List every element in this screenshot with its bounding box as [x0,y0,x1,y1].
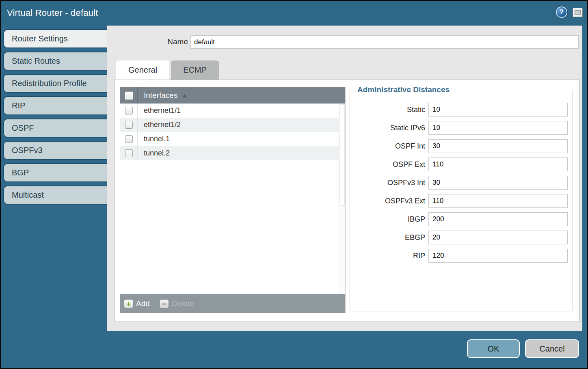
sidebar-item-redistribution-profile[interactable]: Redistribution Profile [3,74,107,93]
ok-button[interactable]: OK [467,339,520,358]
interface-name: ethernet1/1 [144,106,181,115]
sidebar-nav: Router SettingsStatic RoutesRedistributi… [1,26,107,329]
general-tab-panel: Interfaces ▲ ethernet1/1ethernet1/2tunne… [114,80,579,322]
sidebar-item-ospfv3[interactable]: OSPFv3 [3,141,107,160]
sidebar-item-bgp[interactable]: BGP [3,163,107,182]
interface-row[interactable]: tunnel.1 [120,132,345,146]
distance-field-label: IBGP [354,215,428,224]
distance-field-label: Static IPv6 [354,124,428,132]
add-plus-icon: + [124,299,133,309]
distance-field-label: EBGP [354,233,428,242]
help-icon[interactable]: ? [556,6,567,18]
maximize-icon[interactable] [573,8,583,17]
interface-checkbox[interactable] [125,149,133,157]
title-bar-icons: ? [556,6,583,18]
sidebar-item-static-routes[interactable]: Static Routes [3,52,107,71]
sidebar-item-ospf[interactable]: OSPF [3,119,107,138]
name-input[interactable] [190,35,579,49]
distance-field-row: OSPFv3 Int [354,176,568,190]
delete-button-label: Delete [172,299,194,308]
distance-field-label: OSPF Int [354,142,428,151]
sidebar-item-router-settings[interactable]: Router Settings [3,29,107,48]
delete-minus-icon: − [160,299,169,309]
name-label: Name [156,37,188,46]
tab-bar: GeneralECMP [116,60,219,80]
add-button-label: Add [136,299,150,308]
distance-field-label: OSPFv3 Int [354,179,428,187]
distance-field-row: OSPF Int [354,139,568,153]
distance-field-label: OSPF Ext [354,160,428,169]
distance-field-row: OSPF Ext [354,158,568,171]
distance-field-row: OSPFv3 Ext [354,194,568,208]
delete-button[interactable]: − Delete [160,299,194,309]
interface-checkbox[interactable] [125,121,133,129]
add-button[interactable]: + Add [124,299,150,309]
administrative-distances-fieldset: Administrative Distances StaticStatic IP… [350,85,573,311]
select-all-cell [120,87,138,104]
cancel-button[interactable]: Cancel [525,339,579,358]
interfaces-column-label: Interfaces [144,91,177,100]
interface-name: tunnel.1 [144,135,170,143]
interface-checkbox-cell [120,104,138,118]
content-area: Name GeneralECMP Interfaces ▲ [107,26,582,331]
virtual-router-dialog: Virtual Router - default ? Router Settin… [1,1,587,368]
table-scrollbar[interactable] [339,104,345,294]
tab-general[interactable]: General [116,60,169,80]
interface-checkbox-cell [120,146,138,160]
interface-row[interactable]: tunnel.2 [120,146,345,160]
screenshot-root: Virtual Router - default ? Router Settin… [0,0,588,369]
interfaces-column-header[interactable]: Interfaces ▲ [144,91,187,100]
dialog-buttons: OK Cancel [467,339,579,358]
sidebar-item-multicast[interactable]: Multicast [3,186,107,205]
interfaces-table-footer: + Add − Delete [120,294,345,313]
distance-field-label: OSPFv3 Ext [354,197,428,205]
distance-input-ibgp[interactable] [428,212,568,226]
interfaces-table: Interfaces ▲ ethernet1/1ethernet1/2tunne… [120,87,346,313]
interfaces-table-header: Interfaces ▲ [120,87,345,104]
distance-field-row: Static [354,103,568,117]
distance-input-rip[interactable] [428,249,568,263]
distance-input-ospfv3-int[interactable] [428,176,568,190]
interface-checkbox[interactable] [125,135,133,143]
distance-field-label: Static [354,106,428,114]
sidebar-item-rip[interactable]: RIP [3,96,107,115]
distance-input-ebgp[interactable] [428,231,568,244]
interface-checkbox[interactable] [125,107,133,114]
select-all-checkbox[interactable] [125,91,133,100]
distance-input-static-ipv6[interactable] [428,121,568,135]
administrative-distances-fields: StaticStatic IPv6OSPF IntOSPF ExtOSPFv3 … [354,103,568,263]
distance-field-row: RIP [354,249,568,263]
maximize-icon-inner [575,10,581,15]
interface-checkbox-cell [120,118,138,132]
distance-field-label: RIP [354,252,428,260]
interfaces-table-body: ethernet1/1ethernet1/2tunnel.1tunnel.2 [120,104,345,294]
interface-name: ethernet1/2 [144,121,181,129]
interface-name: tunnel.2 [144,149,170,158]
distance-input-ospf-ext[interactable] [428,158,568,171]
distance-field-row: IBGP [354,212,568,226]
distance-field-row: Static IPv6 [354,121,568,135]
dialog-title: Virtual Router - default [7,8,98,18]
distance-field-row: EBGP [354,231,568,244]
distance-input-ospfv3-ext[interactable] [428,194,568,208]
title-bar: Virtual Router - default ? [1,1,587,26]
interface-row[interactable]: ethernet1/1 [120,104,345,118]
sort-ascending-icon: ▲ [182,92,187,99]
tab-ecmp[interactable]: ECMP [171,60,219,80]
distance-input-static[interactable] [428,103,568,117]
interface-checkbox-cell [120,132,138,146]
interface-row[interactable]: ethernet1/2 [120,118,345,132]
table-scrollbar-thumb[interactable] [339,104,345,206]
distance-input-ospf-int[interactable] [428,139,568,153]
name-row: Name [107,35,582,49]
administrative-distances-legend: Administrative Distances [355,85,452,94]
